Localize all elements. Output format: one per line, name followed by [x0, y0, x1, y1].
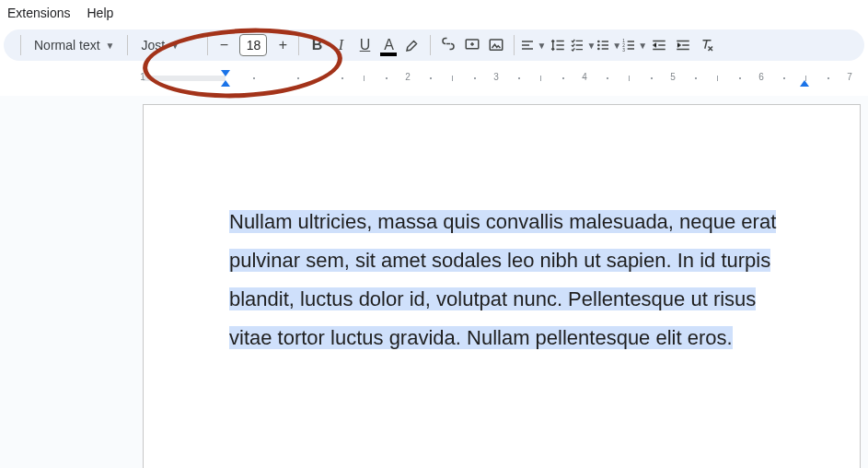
svg-rect-1: [491, 40, 503, 50]
bold-button[interactable]: B: [305, 32, 329, 58]
right-indent-marker[interactable]: [800, 80, 809, 87]
menu-bar: Extensions Help: [0, 0, 868, 26]
ruler-number: 4: [582, 72, 587, 82]
document-canvas: Nullam ultricies, massa quis convallis m…: [0, 96, 868, 468]
line-spacing-icon: [550, 37, 566, 53]
font-size-group: − +: [214, 34, 293, 56]
font-size-input[interactable]: [239, 34, 267, 56]
svg-point-2: [597, 41, 600, 43]
checklist-dropdown[interactable]: ▼: [570, 32, 596, 58]
decrease-indent-button[interactable]: [647, 32, 671, 58]
highlight-color-button[interactable]: [400, 32, 424, 58]
line-spacing-button[interactable]: [546, 32, 570, 58]
insert-image-button[interactable]: [484, 32, 508, 58]
underline-button[interactable]: U: [353, 32, 376, 58]
ruler[interactable]: 1 2 3 4 5 6 7: [0, 70, 868, 92]
font-family-label: Jost: [141, 38, 165, 53]
indent-increase-icon: [675, 37, 691, 53]
toolbar: Normal text ▼ Jost ▼ − + B I U A: [4, 29, 864, 61]
image-icon: [488, 37, 504, 53]
paragraph-style-dropdown[interactable]: Normal text ▼: [27, 38, 122, 53]
italic-button[interactable]: I: [329, 32, 353, 58]
link-icon: [440, 37, 457, 53]
ruler-number: 6: [758, 72, 764, 82]
svg-text:3: 3: [623, 48, 626, 53]
paragraph-style-label: Normal text: [34, 38, 100, 53]
bulleted-list-dropdown[interactable]: ▼: [596, 32, 621, 58]
add-comment-button[interactable]: [460, 32, 484, 58]
font-size-decrease-button[interactable]: −: [214, 35, 234, 55]
ruler-number: 5: [670, 72, 676, 82]
left-indent-marker[interactable]: [221, 80, 230, 87]
menu-help[interactable]: Help: [87, 6, 113, 20]
chevron-down-icon: ▼: [612, 41, 621, 51]
svg-point-3: [597, 44, 600, 47]
chevron-down-icon: ▼: [106, 41, 115, 51]
chevron-down-icon: ▼: [586, 41, 596, 51]
comment-plus-icon: [464, 37, 480, 53]
numbered-list-dropdown[interactable]: 123 ▼: [621, 32, 647, 58]
document-body[interactable]: Nullam ultricies, massa quis convallis m…: [229, 203, 785, 357]
page[interactable]: Nullam ultricies, massa quis convallis m…: [143, 104, 861, 468]
highlighter-icon: [404, 37, 421, 53]
chevron-down-icon: ▼: [638, 41, 647, 51]
align-dropdown[interactable]: ▼: [520, 32, 546, 58]
clear-formatting-button[interactable]: [695, 32, 719, 58]
first-line-indent-marker[interactable]: [221, 70, 230, 76]
font-size-increase-button[interactable]: +: [272, 35, 293, 55]
bulleted-list-icon: [596, 38, 610, 53]
ruler-number: 3: [493, 72, 499, 82]
numbered-list-icon: 123: [621, 38, 636, 53]
ruler-number: 7: [847, 72, 852, 82]
insert-link-button[interactable]: [436, 32, 460, 58]
chevron-down-icon: ▼: [170, 41, 179, 51]
text-color-button[interactable]: A: [376, 32, 400, 58]
align-left-icon: [520, 38, 535, 53]
selected-text[interactable]: Nullam ultricies, massa quis convallis m…: [229, 210, 776, 349]
font-family-dropdown[interactable]: Jost ▼: [133, 38, 202, 53]
clear-formatting-icon: [699, 37, 715, 53]
ruler-number: 2: [405, 72, 411, 82]
increase-indent-button[interactable]: [671, 32, 695, 58]
checklist-icon: [570, 38, 584, 53]
svg-point-4: [597, 48, 600, 51]
chevron-down-icon: ▼: [537, 41, 546, 51]
ruler-number: 1: [140, 72, 145, 82]
indent-decrease-icon: [651, 37, 667, 53]
menu-extensions[interactable]: Extensions: [7, 6, 70, 20]
